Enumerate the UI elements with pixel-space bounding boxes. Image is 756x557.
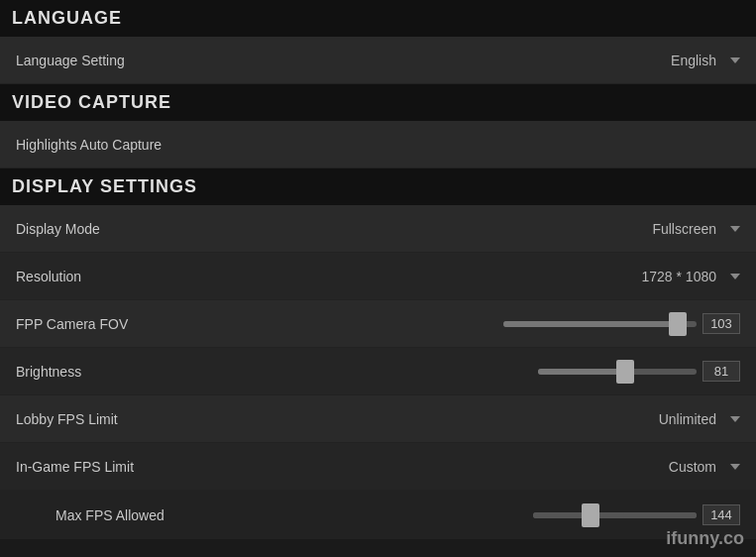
ingame-fps-label: In-Game FPS Limit	[16, 459, 134, 475]
fpp-fov-slider-container[interactable]: 103	[503, 313, 740, 334]
language-dropdown-arrow	[730, 57, 740, 63]
lobby-fps-row[interactable]: Lobby FPS Limit Unlimited	[0, 395, 756, 443]
ingame-fps-value-text: Custom	[669, 459, 716, 475]
resolution-label: Resolution	[16, 269, 81, 284]
max-fps-slider-thumb[interactable]	[582, 503, 599, 527]
resolution-value-text: 1728 * 1080	[641, 269, 716, 284]
brightness-label: Brightness	[16, 364, 81, 380]
fpp-fov-label: FPP Camera FOV	[16, 316, 128, 332]
max-fps-label: Max FPS Allowed	[55, 507, 164, 523]
display-mode-value: Fullscreen	[652, 221, 740, 237]
resolution-value: 1728 * 1080	[641, 269, 740, 284]
language-section-header: LANGUAGE	[0, 0, 756, 37]
resolution-row[interactable]: Resolution 1728 * 1080	[0, 253, 756, 300]
language-value-text: English	[671, 53, 716, 68]
brightness-slider-fill	[538, 369, 625, 375]
display-mode-label: Display Mode	[16, 221, 100, 237]
lobby-fps-label: Lobby FPS Limit	[16, 411, 118, 427]
max-fps-slider-container[interactable]: 144	[533, 504, 740, 525]
display-settings-section-header: DISPLAY SETTINGS	[0, 168, 756, 205]
lobby-fps-value: Unlimited	[659, 411, 740, 427]
video-capture-section-header: VIDEO CAPTURE	[0, 84, 756, 121]
fpp-fov-slider-thumb[interactable]	[669, 312, 687, 336]
language-setting-label: Language Setting	[16, 53, 125, 68]
brightness-slider-track[interactable]	[538, 369, 697, 375]
language-setting-row[interactable]: Language Setting English	[0, 37, 756, 84]
highlights-label: Highlights Auto Capture	[16, 137, 162, 153]
fpp-fov-slider-fill	[503, 321, 678, 327]
max-fps-row[interactable]: Max FPS Allowed 144	[0, 491, 756, 540]
display-mode-value-text: Fullscreen	[652, 221, 716, 237]
fpp-fov-slider-track[interactable]	[503, 321, 697, 327]
display-mode-row[interactable]: Display Mode Fullscreen	[0, 205, 756, 253]
fpp-fov-value-box: 103	[702, 313, 740, 334]
max-fps-slider-fill-right	[623, 512, 697, 518]
fpp-fov-row[interactable]: FPP Camera FOV 103	[0, 300, 756, 348]
highlights-row[interactable]: Highlights Auto Capture	[0, 121, 756, 168]
ingame-fps-row[interactable]: In-Game FPS Limit Custom	[0, 443, 756, 491]
watermark: ifunny.co	[666, 528, 744, 549]
display-mode-dropdown-arrow	[730, 226, 740, 232]
resolution-dropdown-arrow	[730, 274, 740, 279]
lobby-fps-value-text: Unlimited	[659, 411, 716, 427]
brightness-row[interactable]: Brightness 81	[0, 348, 756, 395]
ingame-fps-dropdown-arrow	[730, 464, 740, 470]
max-fps-value-box: 144	[702, 504, 740, 525]
lobby-fps-dropdown-arrow	[730, 416, 740, 422]
max-fps-slider-track[interactable]	[533, 512, 697, 518]
brightness-slider-thumb[interactable]	[616, 360, 634, 384]
brightness-slider-container[interactable]: 81	[538, 361, 740, 382]
language-setting-value: English	[671, 53, 740, 68]
ingame-fps-value: Custom	[669, 459, 740, 475]
brightness-value-box: 81	[702, 361, 740, 382]
